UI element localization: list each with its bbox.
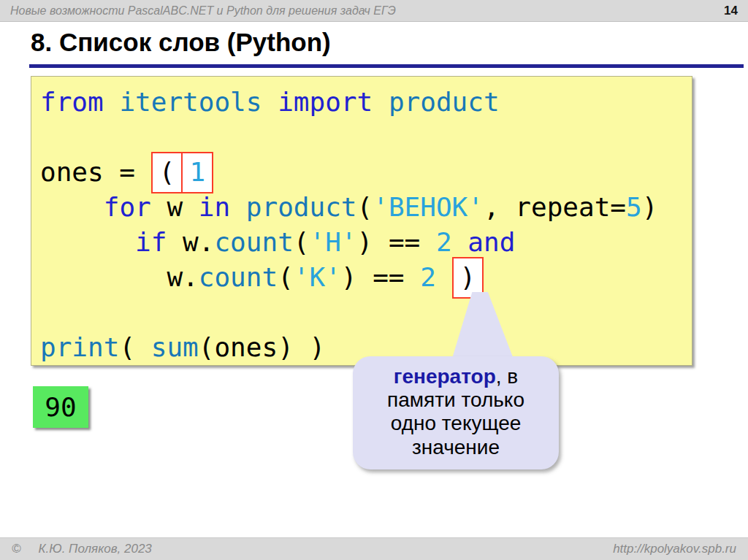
code-token: 1 [189, 157, 205, 187]
code-line: if w.count('Н') == 2 and [40, 225, 692, 260]
code-token: sum [151, 332, 199, 362]
callout-bubble: генератор, в памяти только одно текущее … [353, 356, 559, 469]
code-token: w [151, 192, 199, 222]
code-token: , repeat= [484, 192, 626, 222]
highlight-box: ( [151, 152, 183, 193]
code-line: w.count('К') == 2 ) [40, 260, 692, 295]
footer-bar: © К.Ю. Поляков, 2023 http://kpolyakov.sp… [0, 537, 748, 560]
callout-line: одно текущее [357, 412, 554, 435]
code-token [262, 87, 278, 117]
page-number: 14 [724, 4, 738, 18]
code-token: product [389, 87, 500, 117]
code-token: w. [167, 227, 214, 257]
code-token: for [104, 192, 151, 222]
header-bar: Новые возможности PascalABC.NET и Python… [0, 0, 748, 22]
slide-title: 8. Список слов (Python) [31, 28, 331, 57]
code-token: 2 [420, 262, 436, 292]
code-token: if [135, 227, 167, 257]
presentation-title: Новые возможности PascalABC.NET и Python… [10, 4, 396, 18]
code-token: (ones) ) [199, 332, 325, 362]
copyright-icon: © [12, 542, 21, 556]
code-token [436, 262, 452, 292]
code-token: count [214, 227, 293, 257]
code-token: print [40, 332, 119, 362]
code-token: count [199, 262, 278, 292]
footer-author: К.Ю. Поляков, 2023 [39, 542, 152, 556]
callout-line: памяти только [357, 388, 554, 412]
code-token: ones = [40, 157, 151, 187]
code-line: for w in product('ВЕНОК', repeat=5) [40, 190, 692, 225]
code-token: 'К' [294, 262, 341, 292]
code-token: ) == [357, 227, 436, 257]
code-token: ( [159, 157, 175, 187]
code-line [40, 295, 692, 330]
callout-term: генератор [394, 365, 496, 388]
code-token: and [468, 227, 515, 257]
code-line: from itertools import product [40, 85, 692, 120]
code-token [40, 192, 104, 222]
callout-line: генератор, в [357, 365, 554, 388]
code-block: from itertools import productones = (1 f… [31, 76, 692, 366]
code-token: 5 [626, 192, 642, 222]
code-token: 2 [436, 227, 452, 257]
result-value: 90 [45, 392, 76, 422]
code-token: product [246, 192, 357, 222]
result-box: 90 [33, 386, 88, 428]
code-token [104, 87, 120, 117]
code-token: itertools [119, 87, 262, 117]
code-token [452, 227, 468, 257]
code-token: 'ВЕНОК' [373, 192, 484, 222]
highlight-box: 1 [181, 152, 213, 193]
code-token [373, 87, 389, 117]
code-line [40, 120, 692, 155]
code-token: w. [40, 262, 199, 292]
code-token: ( [278, 262, 294, 292]
code-token: ( [357, 192, 373, 222]
code-token: ( [119, 332, 150, 362]
code-token: ) [460, 262, 476, 292]
code-token: from [40, 87, 104, 117]
callout-term-suffix: , в [496, 365, 518, 388]
code-token: in [199, 192, 230, 222]
code-token: 'Н' [310, 227, 357, 257]
footer-website: http://kpolyakov.spb.ru [613, 542, 736, 556]
code-token [230, 192, 246, 222]
code-token: ( [294, 227, 310, 257]
callout-line: значение [357, 436, 554, 459]
code-line: ones = (1 [40, 155, 692, 190]
code-token [40, 227, 135, 257]
code-token: ) == [341, 262, 420, 292]
title-underline-rule [29, 64, 744, 68]
code-token: ) [642, 192, 658, 222]
code-token: import [278, 87, 373, 117]
